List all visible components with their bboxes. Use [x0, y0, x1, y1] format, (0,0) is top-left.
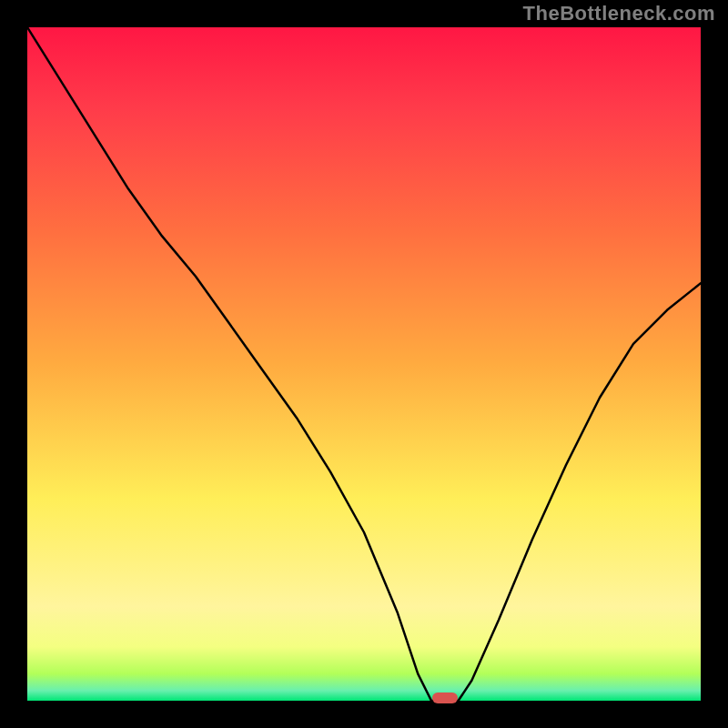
optimum-marker	[432, 693, 458, 703]
watermark-label: TheBottleneck.com	[523, 2, 715, 25]
plot-svg	[27, 27, 701, 701]
chart-frame: TheBottleneck.com	[0, 0, 728, 728]
bottleneck-plot	[27, 27, 701, 701]
plot-background	[27, 27, 701, 701]
